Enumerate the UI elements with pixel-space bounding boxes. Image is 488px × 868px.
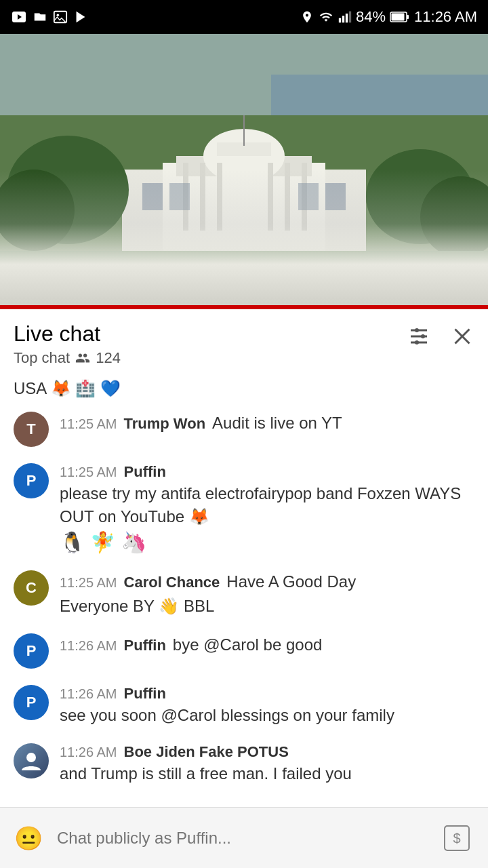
- message-body: 11:26 AM Puffin see you soon @Carol bles…: [60, 685, 474, 727]
- message-meta: 11:25 AM Puffin: [60, 463, 474, 481]
- svg-rect-29: [169, 183, 190, 210]
- svg-point-46: [26, 753, 36, 762]
- chat-header: Live chat Top chat 124: [0, 309, 488, 374]
- message-body: 11:25 AM Carol Chance Have A Good Day Ev…: [60, 570, 474, 617]
- message-text: see you soon @Carol blessings on your fa…: [60, 704, 474, 727]
- message-meta: 11:25 AM Carol Chance Have A Good Day: [60, 570, 474, 593]
- viewers-icon: [75, 351, 90, 366]
- top-chat-label: Top chat: [14, 349, 70, 367]
- location-icon: [300, 10, 314, 24]
- chat-messages: USA 🦊 🏥 💙 T 11:25 AM Trump Won Audit is …: [0, 374, 488, 861]
- play-icon: [73, 9, 88, 24]
- message-body: 11:26 AM Boe Jiden Fake POTUS and Trump …: [60, 743, 474, 785]
- message-author: Puffin: [124, 637, 166, 654]
- chat-message: 11:26 AM Boe Jiden Fake POTUS and Trump …: [0, 735, 488, 793]
- svg-rect-6: [342, 16, 344, 22]
- svg-point-43: [415, 340, 419, 344]
- message-author: Puffin: [124, 463, 166, 481]
- message-author: Puffin: [124, 685, 166, 703]
- svg-rect-7: [346, 14, 348, 22]
- message-author: Boe Jiden Fake POTUS: [124, 743, 289, 761]
- folder-icon: [33, 9, 47, 24]
- video-content: [0, 34, 488, 305]
- avatar: C: [14, 570, 49, 606]
- status-right-icons: 84% 11:26 AM: [300, 8, 477, 26]
- chat-input-bar: 😐 $: [0, 807, 488, 868]
- battery-icon: [390, 11, 410, 23]
- message-time: 11:26 AM: [60, 638, 117, 654]
- svg-rect-25: [268, 163, 273, 231]
- message-text: and Trump is still a free man. I failed …: [60, 762, 474, 785]
- message-author: Trump Won: [124, 415, 206, 433]
- send-button[interactable]: $: [436, 821, 477, 856]
- chat-message: T 11:25 AM Trump Won Audit is live on YT: [0, 403, 488, 455]
- chat-subtitle[interactable]: Top chat 124: [14, 349, 121, 367]
- message-meta: 11:26 AM Puffin bye @Carol be good: [60, 633, 474, 656]
- svg-rect-31: [325, 183, 346, 210]
- viewer-count: 124: [96, 349, 121, 367]
- time-display: 11:26 AM: [414, 8, 477, 26]
- svg-rect-18: [163, 163, 325, 258]
- wifi-icon: [318, 10, 334, 24]
- svg-rect-26: [285, 163, 290, 231]
- video-player[interactable]: [0, 34, 488, 305]
- status-bar: 84% 11:26 AM: [0, 0, 488, 34]
- send-icon: $: [442, 823, 472, 853]
- message-time: 11:26 AM: [60, 686, 117, 702]
- svg-point-3: [57, 14, 60, 16]
- message-author: Carol Chance: [124, 574, 220, 591]
- close-chat-icon[interactable]: [450, 324, 474, 349]
- svg-rect-5: [339, 18, 341, 23]
- chat-message: P 11:25 AM Puffin please try my antifa e…: [0, 455, 488, 562]
- avatar: P: [14, 463, 49, 498]
- emoji-button[interactable]: 😐: [11, 821, 46, 856]
- chat-header-left: Live chat Top chat 124: [14, 321, 121, 367]
- svg-rect-28: [142, 183, 163, 210]
- message-time: 11:25 AM: [60, 465, 117, 480]
- message-meta: 11:26 AM Boe Jiden Fake POTUS: [60, 743, 474, 761]
- svg-point-42: [421, 334, 425, 338]
- message-body: 11:25 AM Trump Won Audit is live on YT: [60, 412, 474, 435]
- signal-icon: [338, 10, 352, 24]
- message-time: 11:25 AM: [60, 416, 117, 432]
- message-text-cont: Everyone BY 👋 BBL: [60, 595, 474, 618]
- message-text: please try my antifa electrofairypop ban…: [60, 482, 474, 528]
- message-text: Have A Good Day: [226, 570, 356, 593]
- message-emojis: 🐧 🧚 🦄: [60, 530, 474, 554]
- partial-message: USA 🦊 🏥 💙: [0, 374, 488, 403]
- svg-rect-37: [0, 251, 488, 305]
- battery-text: 84%: [356, 8, 386, 26]
- chat-message: P 11:26 AM Puffin see you soon @Carol bl…: [0, 677, 488, 735]
- youtube-icon: [11, 9, 27, 25]
- avatar: [14, 743, 49, 778]
- svg-rect-23: [200, 163, 205, 231]
- image-icon: [53, 9, 68, 24]
- svg-rect-8: [349, 12, 351, 23]
- svg-point-34: [0, 170, 75, 251]
- svg-marker-4: [77, 12, 85, 23]
- svg-rect-10: [407, 15, 409, 19]
- message-meta: 11:26 AM Puffin: [60, 685, 474, 703]
- message-time: 11:26 AM: [60, 745, 117, 760]
- message-text: Audit is live on YT: [212, 412, 342, 435]
- svg-rect-22: [183, 163, 188, 231]
- avatar: T: [14, 412, 49, 447]
- emoji-icon: 😐: [14, 825, 43, 852]
- svg-rect-27: [302, 163, 307, 231]
- filter-icon[interactable]: [407, 324, 431, 349]
- svg-rect-17: [122, 170, 366, 258]
- svg-point-41: [415, 328, 419, 332]
- chat-message: P 11:26 AM Puffin bye @Carol be good: [0, 625, 488, 677]
- svg-rect-30: [298, 183, 319, 210]
- chat-input[interactable]: [57, 829, 426, 848]
- message-time: 11:25 AM: [60, 575, 117, 591]
- message-body: 11:25 AM Puffin please try my antifa ele…: [60, 463, 474, 554]
- chat-title: Live chat: [14, 321, 121, 347]
- svg-rect-15: [271, 75, 488, 115]
- chat-message: C 11:25 AM Carol Chance Have A Good Day …: [0, 562, 488, 625]
- svg-point-32: [7, 136, 129, 244]
- avatar: P: [14, 633, 49, 669]
- message-text: bye @Carol be good: [173, 633, 323, 656]
- svg-point-35: [420, 176, 488, 258]
- message-meta: 11:25 AM Trump Won Audit is live on YT: [60, 412, 474, 435]
